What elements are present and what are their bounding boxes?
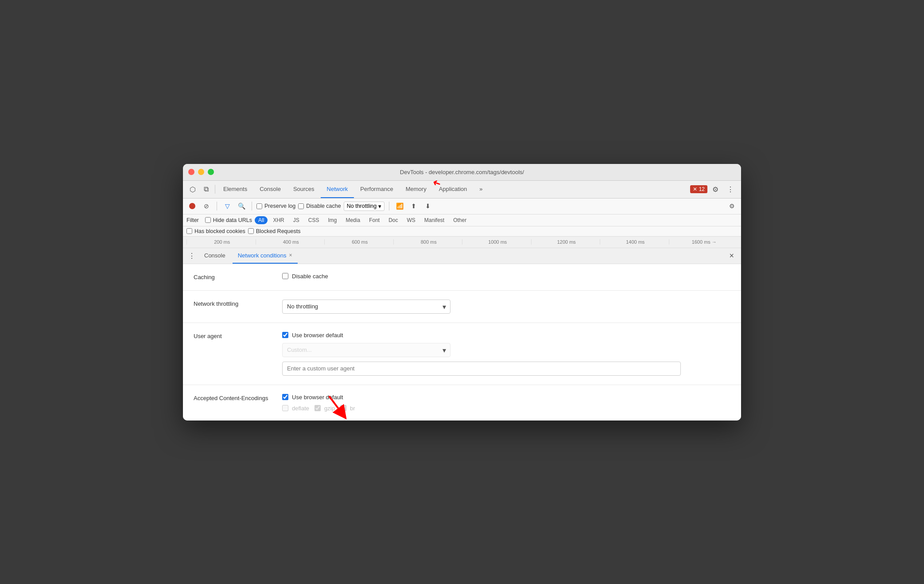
panel-close-button[interactable]: × (726, 251, 738, 261)
use-browser-default-enc-row[interactable]: Use browser default (282, 394, 730, 401)
main-tab-bar: ⬡ ⧉ Elements Console Sources Network Per… (183, 181, 741, 199)
throttling-select-wrapper[interactable]: No throttling Fast 3G Slow 3G Offline (282, 300, 450, 314)
has-blocked-cookies-label[interactable]: Has blocked cookies (186, 228, 245, 234)
devtools-window: DevTools - developer.chrome.com/tags/dev… (183, 164, 741, 420)
filter-bar-2: Has blocked cookies Blocked Requests (183, 226, 741, 237)
tab-network[interactable]: Network (321, 181, 354, 198)
filter-css[interactable]: CSS (305, 216, 323, 224)
filter-img[interactable]: Img (324, 216, 340, 224)
disable-cache-label[interactable]: Disable cache (298, 203, 341, 209)
tab-console[interactable]: Console (253, 181, 287, 198)
blocked-requests-label[interactable]: Blocked Requests (248, 228, 301, 234)
encodings-checkboxes-row: deflate gzip br (282, 405, 730, 412)
caching-content: Disable cache (282, 273, 730, 280)
network-conditions-panel: Caching Disable cache Network throttling… (183, 264, 741, 420)
record-circle (189, 203, 195, 209)
download-icon[interactable]: ⬇ (422, 200, 434, 212)
disable-cache-checkbox[interactable] (298, 203, 304, 209)
content-encodings-content: Use browser default deflate gzip (282, 394, 730, 412)
device-icon[interactable]: ⧉ (200, 183, 212, 195)
clear-button[interactable]: ⊘ (201, 200, 212, 212)
upload-icon[interactable]: ⬆ (408, 200, 419, 212)
throttle-select[interactable]: No throttling ▾ (344, 202, 384, 211)
use-browser-default-row[interactable]: Use browser default (282, 332, 730, 339)
throttling-section: Network throttling No throttling Fast 3G… (183, 291, 741, 323)
ruler-400: 400 ms (256, 239, 325, 245)
ruler-1400: 1400 ms (600, 239, 669, 245)
gzip-label[interactable]: gzip (314, 405, 335, 412)
filter-manifest[interactable]: Manifest (421, 216, 448, 224)
br-checkbox[interactable] (340, 405, 346, 411)
bottom-panel: ⋮ Console Network conditions × × Caching… (183, 248, 741, 420)
record-button[interactable] (186, 200, 198, 212)
panel-tab-console[interactable]: Console (199, 248, 231, 264)
throttling-content: No throttling Fast 3G Slow 3G Offline (282, 300, 730, 314)
ruler-200: 200 ms (186, 239, 256, 245)
caching-label: Caching (194, 273, 282, 280)
filter-ws[interactable]: WS (403, 216, 419, 224)
close-button[interactable] (188, 169, 194, 175)
filter-other[interactable]: Other (450, 216, 470, 224)
filter-bar: Filter Hide data URLs All XHR JS CSS Img… (183, 214, 741, 226)
filter-icon[interactable]: ▽ (221, 200, 233, 212)
maximize-button[interactable] (208, 169, 214, 175)
user-agent-input[interactable] (282, 362, 681, 376)
panel-more-icon[interactable]: ⋮ (186, 250, 197, 261)
tab-memory[interactable]: Memory ➜ (400, 181, 433, 198)
deflate-label[interactable]: deflate (282, 405, 309, 412)
window-title: DevTools - developer.chrome.com/tags/dev… (400, 169, 524, 175)
throttling-dropdown[interactable]: No throttling Fast 3G Slow 3G Offline (282, 300, 450, 314)
use-browser-default-checkbox[interactable] (282, 332, 288, 338)
tab-application[interactable]: Application (433, 181, 474, 198)
timeline-ruler: 200 ms 400 ms 600 ms 800 ms 1000 ms 1200… (183, 237, 741, 248)
filter-doc[interactable]: Doc (385, 216, 401, 224)
filter-xhr[interactable]: XHR (269, 216, 287, 224)
divider2 (252, 202, 252, 210)
br-label[interactable]: br (340, 405, 355, 412)
caching-section: Caching Disable cache (183, 264, 741, 291)
content-encodings-section: Accepted Content-Encodings Use browser d… (183, 385, 741, 420)
disable-cache-nc-checkbox[interactable] (282, 273, 288, 279)
filter-media[interactable]: Media (342, 216, 364, 224)
blocked-requests-checkbox[interactable] (248, 228, 254, 234)
ruler-800: 800 ms (393, 239, 462, 245)
use-browser-default-enc-checkbox[interactable] (282, 394, 288, 400)
gzip-checkbox[interactable] (314, 405, 321, 411)
search-icon[interactable]: 🔍 (236, 200, 247, 212)
divider3 (389, 202, 389, 210)
filter-font[interactable]: Font (365, 216, 383, 224)
custom-ua-select-wrapper[interactable]: Custom... (282, 343, 450, 357)
ruler-1600: 1600 ms → (669, 239, 738, 245)
filter-js[interactable]: JS (290, 216, 303, 224)
error-badge[interactable]: ✕ 12 (690, 185, 707, 193)
custom-ua-dropdown[interactable]: Custom... (282, 343, 450, 357)
hide-data-urls-label[interactable]: Hide data URLs (205, 217, 252, 223)
more-icon[interactable]: ⋮ (724, 183, 737, 195)
minimize-button[interactable] (198, 169, 204, 175)
has-blocked-cookies-checkbox[interactable] (186, 228, 192, 234)
deflate-checkbox[interactable] (282, 405, 288, 411)
throttling-label: Network throttling (194, 300, 282, 307)
user-agent-label: User agent (194, 332, 282, 339)
panel-tab-network-conditions[interactable]: Network conditions × (233, 248, 298, 264)
tab-list: Elements Console Sources Network Perform… (217, 181, 690, 198)
ruler-1200: 1200 ms (531, 239, 600, 245)
tab-sources[interactable]: Sources (287, 181, 321, 198)
tab-elements[interactable]: Elements (217, 181, 253, 198)
preserve-log-label[interactable]: Preserve log (256, 203, 295, 209)
window-controls (188, 169, 214, 175)
tab-close-icon[interactable]: × (289, 252, 292, 258)
preserve-log-checkbox[interactable] (256, 203, 262, 209)
wifi-icon[interactable]: 📶 (394, 200, 405, 212)
settings-icon[interactable]: ⚙ (709, 183, 722, 195)
hide-data-urls-checkbox[interactable] (205, 217, 211, 223)
settings2-icon[interactable]: ⚙ (726, 200, 738, 212)
network-toolbar: ⊘ ▽ 🔍 Preserve log Disable cache No thro… (183, 199, 741, 214)
tab-performance[interactable]: Performance (354, 181, 399, 198)
filter-all[interactable]: All (255, 216, 268, 224)
disable-cache-row[interactable]: Disable cache (282, 273, 730, 280)
inspect-icon[interactable]: ⬡ (186, 183, 199, 195)
content-encodings-label: Accepted Content-Encodings (194, 394, 282, 401)
ruler-1000: 1000 ms (462, 239, 531, 245)
tab-more[interactable]: » (473, 181, 489, 198)
